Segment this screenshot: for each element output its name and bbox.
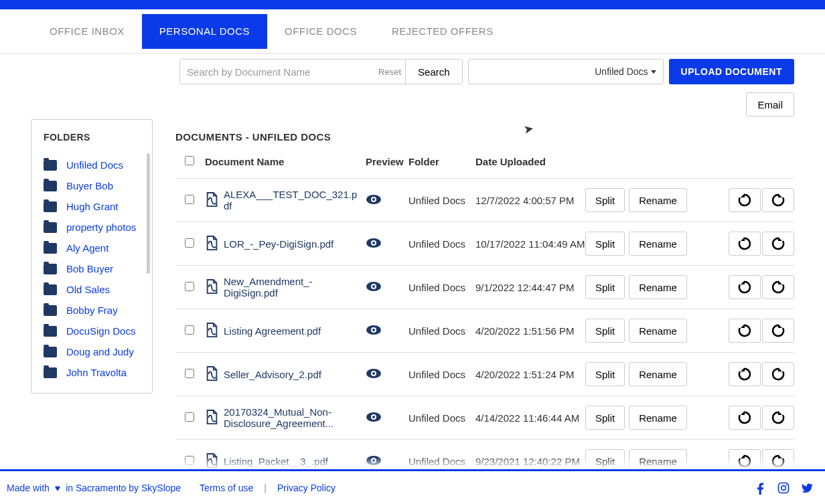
split-button[interactable]: Split: [585, 188, 625, 212]
table-row: Listing Agreement.pdfUnfiled Docs4/20/20…: [175, 309, 794, 353]
rotate-ccw-button[interactable]: [762, 319, 794, 343]
tab-office-docs[interactable]: OFFICE DOCS: [267, 14, 374, 49]
privacy-link[interactable]: Privacy Policy: [277, 483, 335, 493]
rotate-ccw-icon: [771, 193, 785, 207]
rename-button[interactable]: Rename: [629, 188, 687, 212]
folder-icon: [44, 284, 57, 295]
split-button[interactable]: Split: [585, 232, 625, 256]
top-bar: [0, 0, 825, 9]
row-checkbox[interactable]: [185, 412, 194, 422]
folder-label: Buyer Bob: [66, 180, 113, 191]
folder-item[interactable]: DocuSign Docs: [44, 321, 152, 341]
rename-button[interactable]: Rename: [629, 319, 687, 343]
rotate-ccw-icon: [771, 454, 785, 468]
split-button[interactable]: Split: [585, 275, 625, 299]
preview-icon[interactable]: [366, 193, 382, 205]
pdf-icon: [205, 278, 220, 296]
row-checkbox[interactable]: [185, 456, 194, 465]
folder-item[interactable]: Old Sales: [44, 279, 152, 300]
folder-icon: [44, 243, 57, 254]
toolbar: Reset Search Unfiled Docs UPLOAD DOCUMEN…: [0, 54, 825, 87]
folder-item[interactable]: Aly Agent: [44, 238, 152, 258]
folder-item[interactable]: Unfiled Docs: [44, 155, 152, 175]
document-name[interactable]: Listing Agreement.pdf: [224, 325, 321, 337]
folder-item[interactable]: Doug and Judy: [44, 341, 152, 362]
rotate-ccw-button[interactable]: [762, 232, 794, 256]
rotate-ccw-button[interactable]: [762, 362, 794, 386]
rotate-ccw-button[interactable]: [762, 275, 794, 299]
table-row: New_Amendment_-DigiSign.pdfUnfiled Docs9…: [175, 266, 794, 309]
document-name[interactable]: Seller_Advisory_2.pdf: [224, 369, 321, 380]
rotate-cw-button[interactable]: [729, 406, 761, 430]
folder-item[interactable]: Bob Buyer: [44, 258, 152, 279]
rotate-ccw-icon: [771, 324, 785, 337]
folder-icon: [44, 326, 57, 337]
tab-rejected-offers[interactable]: REJECTED OFFERS: [374, 14, 511, 49]
row-checkbox[interactable]: [185, 282, 194, 291]
rename-button[interactable]: Rename: [629, 232, 687, 256]
folder-label: Aly Agent: [66, 242, 108, 254]
table-row: Seller_Advisory_2.pdfUnfiled Docs4/20/20…: [175, 353, 794, 396]
preview-icon[interactable]: [366, 454, 382, 467]
rotate-cw-button[interactable]: [729, 362, 761, 386]
folder-item[interactable]: Bobby Fray: [44, 300, 152, 321]
rotate-cw-button[interactable]: [729, 188, 761, 212]
document-name[interactable]: Listing_Packet__3_.pdf: [224, 456, 328, 467]
row-folder: Unfiled Docs: [408, 412, 465, 424]
folder-label: Bob Buyer: [66, 263, 113, 274]
rename-button[interactable]: Rename: [629, 362, 687, 386]
col-date: Date Uploaded: [475, 152, 585, 179]
folder-label: property photos: [66, 222, 136, 233]
row-checkbox[interactable]: [185, 369, 194, 378]
rotate-cw-button[interactable]: [729, 275, 761, 299]
split-button[interactable]: Split: [585, 406, 625, 430]
rename-button[interactable]: Rename: [629, 275, 687, 299]
rotate-cw-button[interactable]: [729, 319, 761, 343]
folders-sidebar: FOLDERS Unfiled DocsBuyer BobHugh Grantp…: [31, 119, 153, 394]
select-all-checkbox[interactable]: [185, 156, 194, 165]
document-name[interactable]: 20170324_Mutual_Non-Disclosure_Agreement…: [224, 406, 360, 429]
folder-item[interactable]: Buyer Bob: [44, 175, 152, 196]
row-checkbox[interactable]: [185, 325, 194, 335]
sidebar-scrollbar[interactable]: [147, 153, 150, 274]
folder-label: Unfiled Docs: [66, 159, 123, 171]
preview-icon[interactable]: [366, 367, 382, 380]
row-folder: Unfiled Docs: [408, 456, 465, 467]
row-checkbox[interactable]: [185, 238, 194, 248]
folder-item[interactable]: Hugh Grant: [44, 196, 152, 217]
search-button[interactable]: Search: [405, 60, 462, 84]
rename-button[interactable]: Rename: [629, 406, 687, 430]
terms-link[interactable]: Terms of use: [200, 483, 253, 493]
row-folder: Unfiled Docs: [408, 238, 465, 250]
row-date: 9/23/2021 12:40:22 PM: [475, 456, 580, 467]
rotate-ccw-button[interactable]: [762, 188, 794, 212]
folder-item[interactable]: property photos: [44, 217, 152, 238]
search-input[interactable]: [180, 60, 374, 84]
preview-icon[interactable]: [366, 280, 382, 292]
upload-document-button[interactable]: UPLOAD DOCUMENT: [669, 59, 794, 84]
twitter-icon[interactable]: [800, 481, 813, 495]
tab-personal-docs[interactable]: PERSONAL DOCS: [142, 14, 267, 49]
rotate-cw-icon: [738, 237, 751, 250]
instagram-icon[interactable]: [777, 481, 790, 495]
rotate-ccw-button[interactable]: [762, 406, 794, 430]
email-button[interactable]: Email: [746, 92, 794, 116]
preview-icon[interactable]: [366, 324, 382, 336]
sidebar-header: FOLDERS: [44, 132, 152, 143]
document-name[interactable]: ALEXA___TEST_DOC_321.pdf: [224, 189, 360, 212]
folder-item[interactable]: John Travolta: [44, 362, 152, 382]
facebook-icon[interactable]: [754, 481, 767, 495]
document-name[interactable]: LOR_-_Pey-DigiSign.pdf: [224, 238, 333, 250]
tab-office-inbox[interactable]: OFFICE INBOX: [32, 14, 142, 49]
document-name[interactable]: New_Amendment_-DigiSign.pdf: [224, 276, 360, 299]
split-button[interactable]: Split: [585, 319, 625, 343]
row-checkbox[interactable]: [185, 195, 194, 204]
folder-filter-select[interactable]: Unfiled Docs: [468, 59, 664, 84]
content-area: DOCUMENTS - UNFILED DOCS Document Name P…: [175, 119, 794, 483]
preview-icon[interactable]: [366, 237, 382, 249]
rotate-cw-button[interactable]: [729, 232, 761, 256]
pdf-icon: [205, 452, 220, 470]
reset-link[interactable]: Reset: [374, 67, 405, 77]
split-button[interactable]: Split: [585, 362, 625, 386]
preview-icon[interactable]: [366, 411, 382, 423]
